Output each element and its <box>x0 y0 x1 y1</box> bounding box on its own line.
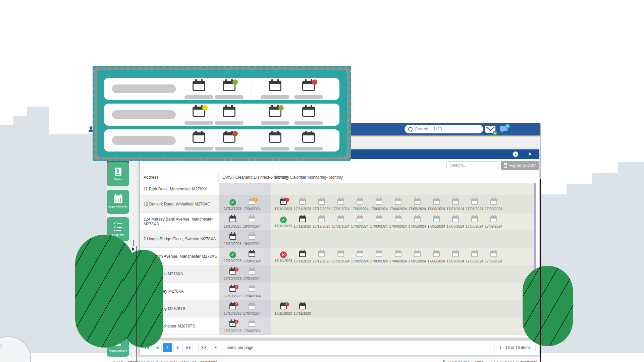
schedule-date-cell[interactable]: 17/06/2024 <box>427 249 446 263</box>
sidebar-item-sales[interactable]: $ Sales <box>107 162 129 186</box>
schedule-date-cell[interactable]: ✓17/10/2023 <box>223 250 242 263</box>
export-csv-button[interactable]: Export to CSV <box>501 161 539 170</box>
last-page-button[interactable]: ▶▮ <box>184 343 193 352</box>
schedule-date-cell[interactable]: 17/06/2024 <box>427 197 446 211</box>
schedule-date-cell[interactable]: 17/08/2024 <box>465 249 484 263</box>
mail-badge: ▸ <box>493 131 497 135</box>
schedule-date-cell[interactable]: 19/10/2023 <box>223 232 242 246</box>
table-row[interactable]: ld, Whitefield M278XA!17/10/202317/04/20… <box>140 265 535 283</box>
schedule-date-cell[interactable]: 17/11/2023 <box>293 302 312 315</box>
calendar-alert-icon: ! <box>229 303 236 309</box>
schedule-date-cell[interactable]: 17/12/2023 <box>312 249 331 263</box>
schedule-date-cell[interactable]: !17/10/2023 <box>223 267 242 281</box>
schedule-date-cell[interactable]: 17/05/2024 <box>408 197 427 211</box>
calendar-icon <box>223 81 235 91</box>
table-row[interactable]: 12 Dunkirk Road, Whitefield M278XG✓17/10… <box>140 195 535 213</box>
page-1-button[interactable]: 1 <box>163 343 172 352</box>
calendar-alert-icon: ! <box>229 268 236 275</box>
cwst-schedule-cell: !17/10/202317/04/2024 <box>219 283 271 300</box>
calendar-icon <box>249 234 255 240</box>
schedule-date-cell[interactable]: ✕17/10/2023 <box>274 250 293 263</box>
mail-icon[interactable]: ▸ <box>485 126 495 134</box>
search-icon <box>408 127 413 131</box>
table-row[interactable]: Road, Manchester M2878TS✓!17/10/202317/0… <box>140 317 535 335</box>
schedule-date-cell[interactable]: 17/12/2023 <box>312 215 331 228</box>
schedule-date-cell[interactable]: 17/11/2023 <box>293 249 312 263</box>
schedule-date-cell[interactable]: 17/04/2024 <box>242 249 261 263</box>
schedule-date-cell[interactable]: 19/10/2023 <box>223 215 242 228</box>
cwst-schedule-cell <box>219 183 271 195</box>
schedule-date-cell[interactable]: 17/03/2024 <box>369 249 388 263</box>
horizontal-scrollbar[interactable] <box>142 338 533 341</box>
schedule-date-cell[interactable]: 17/11/2023 <box>293 215 312 228</box>
schedule-date-cell[interactable]: 17/04/2024 <box>242 319 261 333</box>
cwst-schedule-cell: ✓17/10/202317/04/2024 <box>219 248 271 265</box>
schedule-date-cell[interactable]: 17/09/2024 <box>484 249 503 263</box>
table-body: 11 Park Drive, Manchester M278XA12 Dunki… <box>140 183 535 335</box>
schedule-date-cell[interactable]: 17/07/2024 <box>446 197 465 211</box>
schedule-date-label: 17/04/2024 <box>242 311 261 315</box>
calendar-icon <box>299 303 306 309</box>
table-row[interactable]: 2 Hoggs Bridge Close, Swinton M278XA19/1… <box>140 230 535 248</box>
schedule-date-cell[interactable]: 17/08/2024 <box>465 197 484 211</box>
schedule-date-label: 17/08/2024 <box>465 207 484 211</box>
next-page-button[interactable]: ▶ <box>173 343 182 352</box>
table-row[interactable]: 11 Park Drive, Manchester M278XA <box>140 183 535 195</box>
info-icon[interactable]: i <box>513 152 518 157</box>
schedule-date-cell[interactable]: 17/02/2024 <box>350 249 369 263</box>
calendar-icon <box>471 251 478 257</box>
schedule-date-cell[interactable]: 17/08/2024 <box>465 215 484 228</box>
table-row[interactable]: reet, Worsley M278XA!17/10/202317/04/202… <box>140 283 535 300</box>
schedule-date-cell[interactable]: 19/04/2024 <box>242 232 261 246</box>
schedule-date-cell[interactable]: 17/05/2024 <box>408 215 427 228</box>
schedule-date-cell[interactable]: 17/04/2024 <box>242 302 261 315</box>
schedule-date-cell[interactable]: 17/04/2024 <box>388 197 408 211</box>
red-status-dot <box>312 79 317 85</box>
schedule-date-cell[interactable]: ✓!17/10/2023 <box>274 197 293 211</box>
schedule-date-cell[interactable]: 17/12/2023 <box>312 197 331 211</box>
calendar-icon <box>249 303 255 309</box>
table-row[interactable]: 124 Mersey Bank Avenue, Manchester M278X… <box>140 213 535 230</box>
schedule-date-cell[interactable]: !17/10/2023 <box>274 302 293 315</box>
table-row[interactable]: 2 Lamburn Avenue, Manchester M278XG✓17/1… <box>140 248 535 265</box>
schedule-date-cell[interactable]: 17/05/2024 <box>408 249 427 263</box>
schedule-date-cell[interactable]: 17/09/2024 <box>484 215 503 228</box>
schedule-date-cell[interactable]: 17/04/2024 <box>388 215 408 228</box>
schedule-date-cell[interactable]: !17/10/2023 <box>223 302 242 315</box>
schedule-date-cell[interactable]: 17/02/2024 <box>350 215 369 228</box>
schedule-date-cell[interactable]: 17/07/2024 <box>446 215 465 228</box>
schedule-date-cell[interactable]: 17/04/2024 <box>242 284 261 298</box>
table-search-input[interactable]: Search... <box>446 161 498 169</box>
overlay-calendar-slot <box>261 107 289 125</box>
close-icon[interactable]: ✕ <box>528 151 532 157</box>
schedule-date-cell[interactable]: 19/04/2024 <box>242 215 261 228</box>
schedule-date-cell[interactable]: 17/07/2024 <box>446 249 465 263</box>
schedule-date-cell[interactable]: 17/02/2024 <box>350 197 369 211</box>
schedule-date-cell[interactable]: 17/06/2024 <box>427 215 446 228</box>
schedule-date-cell[interactable]: !17/04/2024 <box>242 197 261 211</box>
schedule-date-cell[interactable]: 17/04/2024 <box>388 249 408 263</box>
green-status-dot <box>278 105 284 111</box>
page-size-select[interactable]: 30 ▼ <box>198 343 220 352</box>
calendar-icon <box>414 199 421 205</box>
table-row[interactable]: rive, Worsley M2878TS!17/10/202317/04/20… <box>140 300 535 317</box>
schedule-date-cell[interactable]: ✓17/10/2023 <box>274 215 293 228</box>
schedule-date-cell[interactable]: 17/09/2024 <box>484 197 503 211</box>
schedule-date-cell[interactable]: 17/03/2024 <box>369 215 388 228</box>
schedule-date-cell[interactable]: ✓17/10/2023 <box>223 198 242 210</box>
schedule-date-cell[interactable]: 17/03/2024 <box>369 197 388 211</box>
calendar-icon <box>193 81 205 91</box>
sidebar-item-appointments[interactable]: Appointments <box>107 190 129 214</box>
chat-icon[interactable]: 6 <box>499 125 508 135</box>
schedule-date-cell[interactable]: 17/01/2024 <box>331 215 350 228</box>
schedule-date-cell[interactable]: 17/04/2024 <box>242 267 261 281</box>
calendar-warning-icon: ! <box>249 199 255 205</box>
schedule-date-cell[interactable]: 17/01/2024 <box>331 249 350 263</box>
schedule-date-cell[interactable]: !17/10/2023 <box>223 284 242 298</box>
calendar-icon <box>395 199 401 205</box>
schedule-date-cell[interactable]: 17/01/2024 <box>331 197 350 211</box>
schedule-date-cell[interactable]: 17/11/2023 <box>293 197 312 211</box>
global-search-input[interactable]: Search... J123 <box>405 125 483 133</box>
schedule-date-cell[interactable]: ✓!17/10/2023 <box>223 319 242 333</box>
placeholder-bar <box>215 147 244 150</box>
